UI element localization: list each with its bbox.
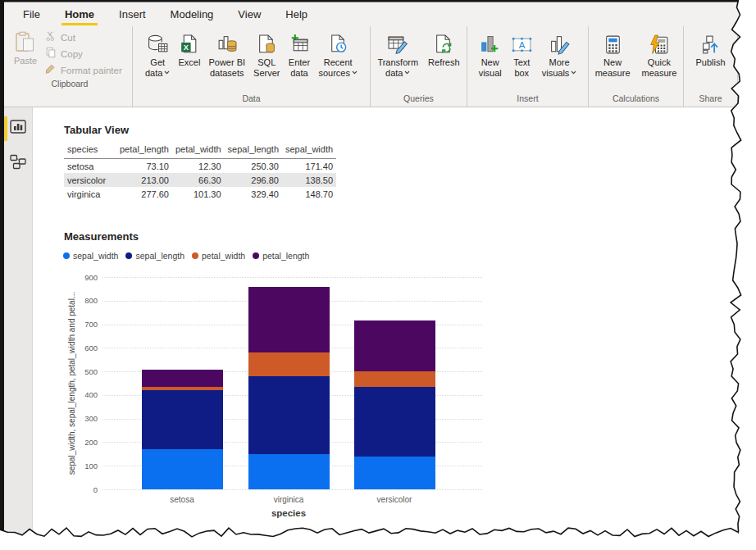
- bar-segment-petal_width-setosa[interactable]: [142, 387, 223, 390]
- ribbon-group-clipboard: Paste Cut Copy: [7, 26, 133, 107]
- bar-segment-sepal_width-virginica[interactable]: [248, 454, 330, 489]
- group-label-insert: Insert: [467, 92, 588, 107]
- ribbon: File Home Insert Modeling View Help Past…: [4, 2, 744, 107]
- quick-measure-icon: [648, 31, 670, 57]
- legend-dot: [253, 252, 259, 259]
- legend-item-petal_length[interactable]: petal_length: [253, 251, 309, 261]
- table-cell[interactable]: 138.50: [282, 173, 336, 187]
- new-measure-icon: [602, 31, 624, 57]
- column-header-sepal-length[interactable]: sepal_length: [225, 142, 282, 159]
- column-header-species[interactable]: species: [64, 142, 116, 159]
- x-axis-category-label: versicolor: [345, 495, 444, 504]
- group-label-clipboard: Clipboard: [7, 77, 132, 92]
- enter-data-button[interactable]: Enter data: [285, 30, 312, 92]
- bar-segment-sepal_length-virginica[interactable]: [248, 376, 330, 454]
- bar-segment-sepal_width-setosa[interactable]: [142, 449, 223, 489]
- paste-icon: [13, 30, 38, 56]
- table-cell[interactable]: virginica: [64, 187, 116, 201]
- transform-data-icon: [387, 31, 409, 57]
- legend-item-sepal_length[interactable]: sepal_length: [125, 251, 184, 261]
- more-visuals-button[interactable]: More visuals: [540, 30, 580, 92]
- column-header-petal-length[interactable]: petal_length: [116, 142, 172, 159]
- copy-icon: [45, 47, 57, 61]
- recent-sources-button[interactable]: Recent sources: [316, 30, 360, 92]
- table-header-row: species petal_length petal_width sepal_l…: [64, 142, 336, 159]
- stacked-bar-chart: 0100200300400500600700800900sepal_width,…: [67, 266, 526, 522]
- refresh-button[interactable]: Refresh: [426, 30, 462, 92]
- table-visual-title: Tabular View: [64, 124, 129, 136]
- excel-button[interactable]: X Excel: [175, 30, 203, 92]
- format-painter-icon: [45, 63, 57, 78]
- tabular-view-table: species petal_length petal_width sepal_l…: [64, 142, 336, 201]
- recent-sources-icon: [327, 31, 349, 57]
- bar-segment-petal_width-virginica[interactable]: [248, 352, 330, 376]
- text-box-button[interactable]: A Text box: [508, 30, 535, 92]
- sidebar-item-report-view[interactable]: [4, 116, 33, 142]
- table-cell[interactable]: versicolor: [64, 173, 116, 187]
- menu-modeling[interactable]: Modeling: [158, 2, 226, 26]
- bar-segment-petal_width-versicolor[interactable]: [354, 371, 435, 387]
- menu-help[interactable]: Help: [273, 2, 320, 26]
- bar-segment-petal_length-virginica[interactable]: [248, 287, 330, 352]
- x-axis-category-label: virginica: [239, 495, 338, 504]
- format-painter-button: Format painter: [45, 64, 122, 77]
- cut-icon: [45, 30, 57, 45]
- chevron-down-icon: [352, 70, 358, 75]
- transform-data-button[interactable]: Transform data: [375, 30, 421, 92]
- menu-insert[interactable]: Insert: [107, 2, 158, 26]
- table-row-virginica[interactable]: virginica 277.60 101.30 329.40 148.70: [64, 187, 336, 201]
- menu-file[interactable]: File: [11, 2, 52, 26]
- sql-server-icon: [256, 31, 278, 57]
- table-cell[interactable]: 250.30: [225, 159, 282, 174]
- table-cell[interactable]: 213.00: [116, 173, 172, 187]
- excel-icon: X: [178, 31, 200, 57]
- table-cell[interactable]: 101.30: [172, 187, 225, 201]
- table-cell[interactable]: 73.10: [116, 159, 172, 174]
- text-box-icon: A: [511, 31, 533, 57]
- table-cell[interactable]: 296.80: [225, 173, 282, 187]
- publish-button[interactable]: Publish: [693, 30, 727, 92]
- table-row-setosa[interactable]: setosa 73.10 12.30 250.30 171.40: [64, 159, 336, 174]
- bar-segment-sepal_length-setosa[interactable]: [142, 390, 223, 449]
- legend-item-sepal_width[interactable]: sepal_width: [63, 251, 118, 261]
- sidebar-item-model-view[interactable]: [4, 150, 33, 176]
- more-visuals-icon: [549, 31, 571, 57]
- table-cell[interactable]: 66.30: [172, 173, 225, 187]
- sql-server-button[interactable]: SQL Server: [251, 30, 282, 92]
- table-cell[interactable]: 277.60: [116, 187, 172, 201]
- report-canvas: Tabular View species petal_length petal_…: [33, 107, 744, 534]
- x-axis-category-label: setosa: [133, 495, 231, 504]
- new-visual-button[interactable]: New visual: [476, 30, 504, 92]
- y-axis-title: sepal_width, sepal_length, petal_width a…: [67, 277, 77, 489]
- bar-segment-sepal_width-versicolor[interactable]: [354, 457, 435, 489]
- chevron-down-icon: [164, 70, 170, 75]
- bar-segment-sepal_length-versicolor[interactable]: [354, 387, 435, 457]
- table-cell[interactable]: 12.30: [172, 159, 225, 174]
- table-cell[interactable]: 171.40: [282, 159, 336, 174]
- get-data-button[interactable]: Get data: [143, 30, 172, 92]
- table-row-versicolor[interactable]: versicolor 213.00 66.30 296.80 138.50: [64, 173, 336, 187]
- legend-item-petal_width[interactable]: petal_width: [192, 251, 245, 261]
- new-visual-icon: [479, 31, 501, 57]
- column-header-petal-width[interactable]: petal_width: [172, 142, 225, 159]
- column-header-sepal-width[interactable]: sepal_width: [282, 142, 336, 159]
- bar-segment-petal_length-versicolor[interactable]: [354, 320, 435, 370]
- quick-measure-button[interactable]: Quick measure: [640, 30, 680, 92]
- legend-dot: [125, 252, 132, 259]
- new-measure-button[interactable]: New measure: [593, 30, 633, 92]
- menu-home[interactable]: Home: [52, 2, 107, 26]
- group-label-share: Share: [684, 92, 737, 107]
- power-bi-datasets-button[interactable]: Power BI datasets: [206, 30, 248, 92]
- table-cell[interactable]: 329.40: [225, 187, 282, 201]
- legend-dot: [63, 252, 70, 259]
- copy-button: Copy: [45, 48, 122, 61]
- svg-text:X: X: [184, 43, 189, 52]
- model-view-icon: [10, 154, 26, 173]
- table-cell[interactable]: 148.70: [282, 187, 336, 201]
- group-label-data: Data: [133, 92, 370, 107]
- bar-segment-petal_length-setosa[interactable]: [142, 370, 223, 387]
- paste-button: Paste: [11, 28, 40, 77]
- table-cell[interactable]: setosa: [64, 159, 116, 174]
- group-label-calculations: Calculations: [589, 92, 683, 107]
- menu-view[interactable]: View: [225, 2, 273, 26]
